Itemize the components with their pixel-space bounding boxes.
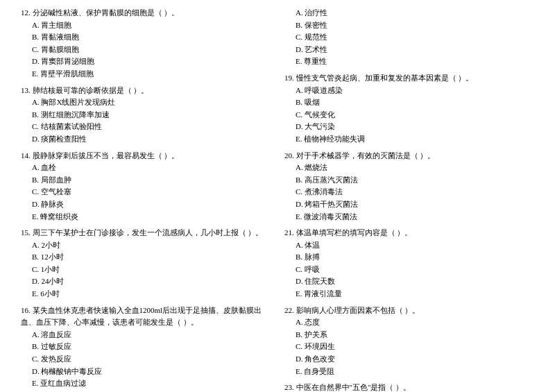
option-q16-1: B. 过敏反应 [21, 341, 271, 353]
option-q15-2: C. 1小时 [21, 264, 271, 276]
option-q18_options-0: A. 治疗性 [284, 7, 534, 19]
question-title-q23: 23. 中医在自然界中"五色"是指（ ）。 [284, 382, 534, 392]
option-q12-2: C. 胃黏膜细胞 [21, 44, 271, 56]
option-q18_options-2: C. 规范性 [284, 31, 534, 44]
option-q22-1: B. 护关系 [284, 329, 534, 341]
right-column: A. 治疗性B. 保密性C. 规范性D. 艺术性E. 尊重性19. 慢性支气管炎… [284, 7, 534, 392]
question-title-q14: 14. 股静脉穿刺后拔压不当，最容易发生（ ）。 [21, 150, 271, 162]
question-title-q12: 12. 分泌碱性粘液、保护胃黏膜的细胞是（ ）。 [21, 7, 271, 19]
left-column: 12. 分泌碱性粘液、保护胃黏膜的细胞是（ ）。A. 胃主细胞B. 胃黏液细胞C… [21, 7, 271, 392]
question-block-q23: 23. 中医在自然界中"五色"是指（ ）。A. 青、赤、紫、橙、黑B. 青、赤、… [284, 382, 534, 392]
option-q16-3: D. 枸橼酸钠中毒反应 [21, 366, 271, 378]
question-title-q15: 15. 周三下午某护士在门诊接诊，发生一个流感病人，几小时上报（ ）。 [21, 227, 271, 239]
option-q14-2: C. 空气栓塞 [21, 186, 271, 198]
option-q22-2: C. 环境因生 [284, 341, 534, 353]
option-q19-4: E. 植物神经功能失调 [284, 133, 534, 146]
question-block-q15: 15. 周三下午某护士在门诊接诊，发生一个流感病人，几小时上报（ ）。A. 2小… [21, 227, 271, 300]
option-q12-3: D. 胃窦部胃泌细胞 [21, 56, 271, 68]
option-q13-1: B. 测红细胞沉降率加速 [21, 109, 271, 121]
option-q15-4: E. 6小时 [21, 288, 271, 300]
page-container: 12. 分泌碱性粘液、保护胃黏膜的细胞是（ ）。A. 胃主细胞B. 胃黏液细胞C… [21, 7, 534, 392]
question-title-q13: 13. 肺结核最可靠的诊断依据是（ ）。 [21, 85, 271, 97]
option-q18_options-4: E. 尊重性 [284, 56, 534, 68]
option-q21-1: B. 脉搏 [284, 251, 534, 264]
question-block-q13: 13. 肺结核最可靠的诊断依据是（ ）。A. 胸部X线图片发现病灶B. 测红细胞… [21, 85, 271, 146]
option-q20-2: C. 煮沸消毒法 [284, 186, 534, 198]
option-q14-0: A. 血栓 [21, 162, 271, 174]
option-q21-3: D. 住院天数 [284, 275, 534, 288]
option-q20-0: A. 燃烧法 [284, 162, 534, 174]
columns-layout: 12. 分泌碱性粘液、保护胃黏膜的细胞是（ ）。A. 胃主细胞B. 胃黏液细胞C… [21, 7, 534, 392]
question-block-q16: 16. 某失血性休克患者快速输入全血1200ml后出现于足抽搐、皮肤黏膜出血、血… [21, 305, 271, 390]
option-q12-0: A. 胃主细胞 [21, 19, 271, 32]
option-q14-3: D. 静脉炎 [21, 198, 271, 211]
option-q13-3: D. 痰菌检查阳性 [21, 133, 271, 146]
option-q20-4: E. 微波消毒灭菌法 [284, 211, 534, 223]
question-block-q12: 12. 分泌碱性粘液、保护胃黏膜的细胞是（ ）。A. 胃主细胞B. 胃黏液细胞C… [21, 7, 271, 80]
option-q14-4: E. 蜂窝组织炎 [21, 211, 271, 223]
option-q13-0: A. 胸部X线图片发现病灶 [21, 96, 271, 109]
question-block-q22: 22. 影响病人心理方面因素不包括（ ）。A. 态度B. 护关系C. 环境因生D… [284, 305, 534, 378]
question-title-q16: 16. 某失血性休克患者快速输入全血1200ml后出现于足抽搐、皮肤黏膜出血、血… [21, 305, 271, 329]
option-q13-2: C. 结核菌素试验阳性 [21, 121, 271, 133]
option-q22-4: E. 自身受阻 [284, 366, 534, 378]
option-q14-1: B. 局部血肿 [21, 174, 271, 187]
question-block-q21: 21. 体温单填写栏的填写内容是（ ）。A. 体温B. 脉搏C. 呼吸D. 住院… [284, 227, 534, 300]
option-q12-1: B. 胃黏液细胞 [21, 31, 271, 44]
option-q15-0: A. 2小时 [21, 239, 271, 252]
option-q19-1: B. 吸烟 [284, 96, 534, 109]
option-q19-0: A. 呼吸道感染 [284, 85, 534, 97]
question-block-q14: 14. 股静脉穿刺后拔压不当，最容易发生（ ）。A. 血栓B. 局部血肿C. 空… [21, 150, 271, 223]
option-q21-4: E. 胃液引流量 [284, 288, 534, 300]
option-q16-2: C. 发热反应 [21, 353, 271, 366]
question-block-q18_options: A. 治疗性B. 保密性C. 规范性D. 艺术性E. 尊重性 [284, 7, 534, 68]
question-title-q19: 19. 慢性支气管炎起病、加重和复发的基本因素是（ ）。 [284, 72, 534, 85]
question-title-q22: 22. 影响病人心理方面因素不包括（ ）。 [284, 305, 534, 317]
option-q18_options-1: B. 保密性 [284, 19, 534, 32]
option-q20-3: D. 烤箱干热灭菌法 [284, 198, 534, 211]
option-q22-3: D. 角色改变 [284, 353, 534, 366]
option-q19-2: C. 气候变化 [284, 109, 534, 121]
option-q15-3: D. 24小时 [21, 275, 271, 288]
question-block-q20: 20. 对于手术械器学，有效的灭菌法是（ ）。A. 燃烧法B. 高压蒸汽灭菌法C… [284, 150, 534, 223]
option-q16-0: A. 溶血反应 [21, 329, 271, 341]
option-q21-0: A. 体温 [284, 239, 534, 252]
question-title-q20: 20. 对于手术械器学，有效的灭菌法是（ ）。 [284, 150, 534, 162]
option-q16-4: E. 亚红血病过滤 [21, 377, 271, 390]
option-q15-1: B. 12小时 [21, 251, 271, 264]
question-block-q19: 19. 慢性支气管炎起病、加重和复发的基本因素是（ ）。A. 呼吸道感染B. 吸… [284, 72, 534, 146]
option-q19-3: D. 大气污染 [284, 121, 534, 133]
option-q20-1: B. 高压蒸汽灭菌法 [284, 174, 534, 187]
option-q22-0: A. 态度 [284, 316, 534, 329]
option-q18_options-3: D. 艺术性 [284, 44, 534, 56]
option-q12-4: E. 胃壁平滑肌细胞 [21, 68, 271, 80]
option-q21-2: C. 呼吸 [284, 264, 534, 276]
question-title-q21: 21. 体温单填写栏的填写内容是（ ）。 [284, 227, 534, 239]
